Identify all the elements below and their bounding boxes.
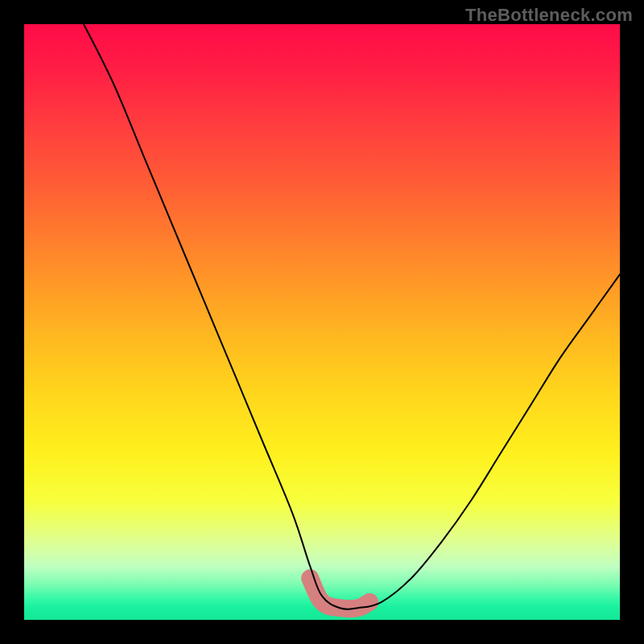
chart-svg	[24, 24, 620, 620]
plot-area	[24, 24, 620, 620]
watermark-label: TheBottleneck.com	[465, 5, 633, 26]
chart-frame: TheBottleneck.com	[0, 0, 644, 644]
bottleneck-curve	[84, 24, 620, 609]
valley-highlight	[310, 578, 369, 609]
